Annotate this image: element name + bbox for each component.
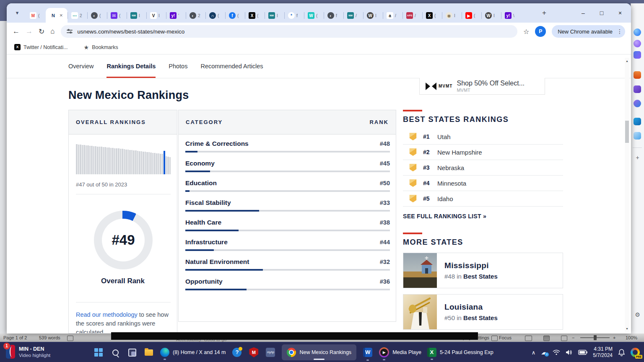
state-card-louisiana[interactable]: Louisiana #50 in Best States bbox=[403, 294, 563, 330]
tab-recommended-articles[interactable]: Recommended Articles bbox=[200, 54, 263, 78]
ranking-row-nebraska[interactable]: #3 Nebraska bbox=[403, 160, 563, 176]
essentials-icon[interactable] bbox=[634, 100, 641, 107]
media-player-button[interactable]: Media Playe bbox=[379, 347, 421, 357]
scroll-down-icon[interactable]: ▼ bbox=[625, 327, 629, 330]
gear-icon[interactable]: ⚙ bbox=[631, 311, 644, 318]
excel-taskbar-button[interactable]: X 5-24 Paul Gessing Exp bbox=[427, 348, 493, 357]
browser-tab[interactable]: f( bbox=[225, 8, 245, 23]
browser-tab[interactable]: y!\ bbox=[501, 8, 521, 23]
category-row-health-care[interactable]: Health Care#38 bbox=[185, 219, 390, 233]
start-button[interactable] bbox=[93, 347, 104, 358]
bookmark-folder[interactable]: ★ Bookmarks bbox=[84, 44, 118, 51]
browser-tab[interactable]: APS/ bbox=[402, 8, 422, 23]
browser-tab[interactable]: NM/ bbox=[343, 8, 363, 23]
ad-banner[interactable]: MVMT Shop 50% Off Select... MVMT bbox=[419, 78, 545, 95]
mcafee-button[interactable]: M bbox=[248, 347, 259, 358]
maximize-button[interactable]: □ bbox=[592, 3, 611, 23]
active-tab[interactable]: N× bbox=[46, 8, 68, 23]
reload-button[interactable]: ↻ bbox=[39, 27, 44, 36]
read-mode-icon[interactable] bbox=[525, 336, 532, 341]
back-button[interactable]: ← bbox=[13, 27, 20, 36]
taskbar-search-button[interactable] bbox=[110, 347, 121, 358]
category-row-crime[interactable]: Crime & Corrections#48 bbox=[185, 140, 390, 154]
scrollbar-thumb[interactable] bbox=[625, 121, 629, 143]
print-layout-icon[interactable] bbox=[543, 336, 550, 341]
new-tab-button[interactable]: + bbox=[538, 7, 550, 19]
browser-tab[interactable]: WI bbox=[363, 8, 383, 23]
plus-icon[interactable]: + bbox=[631, 154, 644, 161]
zoom-out-icon[interactable]: − bbox=[572, 335, 574, 340]
battery-icon[interactable] bbox=[578, 350, 587, 355]
page-scrollbar[interactable]: ▲ ▼ bbox=[625, 58, 629, 332]
ranking-row-utah[interactable]: #1 Utah bbox=[403, 129, 563, 145]
browser-tab[interactable]: a/ bbox=[383, 8, 402, 23]
browser-tab[interactable]: *f bbox=[284, 8, 304, 23]
category-row-infrastructure[interactable]: Infrastructure#44 bbox=[185, 238, 390, 253]
onedrive-icon[interactable]: ☁ bbox=[541, 349, 547, 356]
search-icon[interactable] bbox=[634, 40, 641, 47]
task-view-button[interactable] bbox=[127, 347, 138, 358]
tab-rankings-details[interactable]: Rankings Details bbox=[106, 54, 156, 78]
category-row-fiscal-stability[interactable]: Fiscal Stability#33 bbox=[185, 199, 390, 213]
browser-tab[interactable]: ◉I bbox=[442, 8, 462, 23]
browser-tab[interactable]: NMI bbox=[127, 8, 146, 23]
browser-tab[interactable]: NMI bbox=[265, 8, 284, 23]
browser-tab[interactable]: ∩( bbox=[205, 8, 225, 23]
browser-tab[interactable]: M( bbox=[26, 8, 46, 23]
ranking-row-idaho[interactable]: #5 Idaho bbox=[403, 191, 563, 207]
word-word-count[interactable]: 539 words bbox=[39, 335, 60, 340]
copilot-icon[interactable]: PRE bbox=[631, 348, 640, 357]
tab-close-icon[interactable]: × bbox=[60, 12, 63, 18]
clock[interactable]: 4:31 PM 5/7/2024 bbox=[593, 346, 613, 359]
browser-tab[interactable]: WI bbox=[481, 8, 501, 23]
bookmark-twitter[interactable]: X Twitter / Notificati... bbox=[14, 44, 68, 50]
browser-tab[interactable]: VI bbox=[146, 8, 166, 23]
web-layout-icon[interactable] bbox=[561, 336, 567, 341]
ranking-row-new-hampshire[interactable]: #2 New Hampshire bbox=[403, 145, 563, 160]
outlook-icon[interactable] bbox=[634, 118, 641, 125]
scroll-up-icon[interactable]: ▲ bbox=[625, 59, 629, 62]
tab-search-button[interactable]: ▾ bbox=[12, 8, 23, 18]
shopping-icon[interactable] bbox=[634, 51, 641, 59]
games-icon[interactable] bbox=[634, 85, 641, 93]
category-row-education[interactable]: Education#50 bbox=[185, 179, 390, 194]
zoom-slider-thumb[interactable] bbox=[594, 335, 597, 340]
word-page-count[interactable]: Page 1 of 2 bbox=[3, 335, 27, 340]
menu-kebab-icon[interactable]: ⋮ bbox=[617, 28, 623, 35]
widgets-button[interactable]: 1 MIN - DEN Video highlight bbox=[6, 345, 50, 359]
ad-headline[interactable]: Shop 50% Off Select... bbox=[457, 80, 525, 87]
state-card-mississippi[interactable]: Mississippi #48 in Best States bbox=[403, 253, 563, 288]
chrome-taskbar-button[interactable]: New Mexico Rankings bbox=[282, 344, 356, 360]
address-bar[interactable]: usnews.com/news/best-states/new-mexico bbox=[61, 25, 517, 38]
notification-bell-icon[interactable] bbox=[618, 349, 625, 356]
browser-tab[interactable]: ⋯2 bbox=[68, 8, 87, 23]
site-settings-icon[interactable] bbox=[67, 29, 73, 34]
home-button[interactable]: ⌂ bbox=[50, 27, 55, 36]
designer-icon[interactable] bbox=[634, 132, 641, 140]
browser-tab[interactable]: X( bbox=[422, 8, 442, 23]
zoom-in-icon[interactable]: + bbox=[613, 335, 615, 340]
category-row-natural-environment[interactable]: Natural Environment#32 bbox=[185, 258, 390, 272]
get-help-button[interactable]: ? bbox=[231, 347, 242, 358]
toolbox-icon[interactable] bbox=[634, 71, 641, 79]
myhp-button[interactable]: myhp bbox=[265, 347, 276, 358]
tab-photos[interactable]: Photos bbox=[169, 54, 187, 78]
word-focus[interactable]: Focus bbox=[499, 335, 512, 340]
browser-tab[interactable]: ✉( bbox=[107, 8, 127, 23]
methodology-link[interactable]: Read our methodology bbox=[76, 311, 138, 318]
forward-button[interactable]: → bbox=[26, 27, 33, 36]
chrome-update-button[interactable]: New Chrome available ⋮ bbox=[552, 25, 625, 38]
see-full-rankings-link[interactable]: SEE FULL RANKINGS LIST » bbox=[403, 213, 563, 220]
word-taskbar-button[interactable]: W bbox=[362, 347, 373, 358]
browser-tab[interactable]: X( bbox=[245, 8, 265, 23]
tray-chevron-icon[interactable]: ∧ bbox=[532, 349, 536, 356]
tab-overview[interactable]: Overview bbox=[68, 54, 93, 78]
category-row-opportunity[interactable]: Opportunity#36 bbox=[185, 278, 390, 292]
close-button[interactable]: × bbox=[611, 3, 629, 23]
ranking-row-minnesota[interactable]: #4 Minnesota bbox=[403, 176, 563, 191]
edge-window-group[interactable]: (8) Home / X and 14 m bbox=[160, 348, 226, 357]
word-zoom-level[interactable]: 100% bbox=[626, 335, 637, 340]
browser-tab[interactable]: ◐f bbox=[324, 8, 343, 23]
wifi-icon[interactable] bbox=[553, 349, 560, 355]
minimize-button[interactable]: – bbox=[574, 3, 592, 23]
